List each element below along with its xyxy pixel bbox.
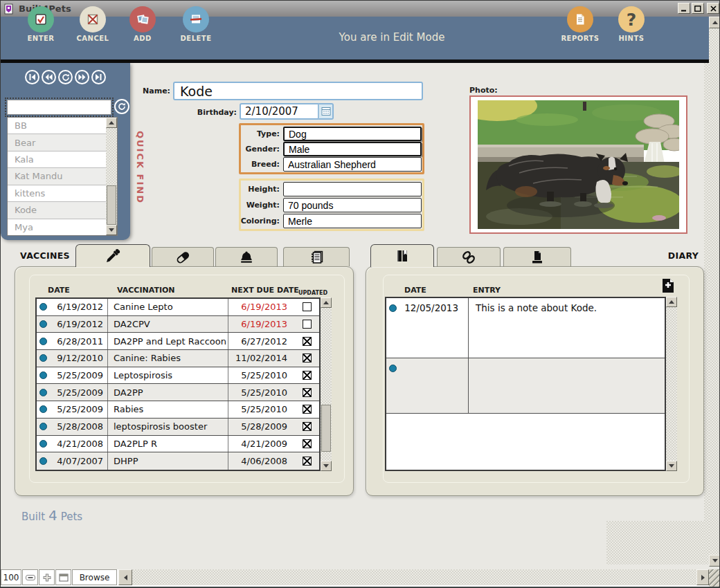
delete-button[interactable]: DELETE — [166, 6, 226, 42]
vaccine-name[interactable]: Leptospirosis — [107, 367, 228, 384]
vaccine-next-due[interactable]: 6/19/2013 — [228, 316, 294, 333]
tab-reminders[interactable] — [215, 247, 278, 266]
vaccine-date[interactable]: 4/07/2007 — [49, 456, 107, 466]
vaccine-name[interactable]: DA2CPV — [107, 316, 228, 333]
tab-documents[interactable] — [503, 247, 571, 266]
list-item[interactable]: Mya — [8, 219, 106, 235]
tab-attachments[interactable] — [437, 247, 501, 266]
vaccine-date[interactable]: 6/19/2012 — [49, 319, 107, 329]
diary-entry[interactable]: This is a note about Kode. — [468, 298, 665, 358]
weight-field[interactable] — [283, 198, 422, 212]
scrollbar-thumb[interactable] — [107, 185, 116, 225]
height-field[interactable] — [283, 182, 422, 196]
hscroll-right-button[interactable] — [696, 569, 709, 585]
scroll-down-button[interactable] — [321, 461, 332, 471]
last-record-button[interactable] — [91, 70, 106, 84]
name-field[interactable] — [173, 82, 423, 100]
vaccine-name[interactable]: DHPP — [107, 452, 228, 470]
vaccine-name[interactable]: Canine Lepto — [107, 299, 228, 315]
vaccine-name[interactable]: DA2PP — [107, 384, 228, 401]
hscroll-left-button[interactable] — [118, 569, 132, 585]
vaccine-date[interactable]: 5/28/2008 — [49, 421, 107, 432]
scroll-up-button[interactable] — [321, 297, 332, 308]
vaccine-date[interactable]: 4/21/2008 — [49, 439, 107, 449]
breed-field[interactable] — [283, 157, 422, 172]
tab-diary[interactable] — [370, 244, 434, 267]
table-row[interactable]: 5/28/2008 leptospirosis booster 5/28/200… — [37, 419, 319, 436]
scroll-up-button[interactable] — [106, 118, 117, 128]
vaccine-name[interactable]: Canine: Rabies — [107, 350, 228, 367]
vaccine-next-due[interactable]: 5/25/2010 — [228, 384, 294, 401]
first-record-button[interactable] — [25, 70, 39, 84]
vaccine-date[interactable]: 5/25/2009 — [49, 387, 107, 398]
scroll-up-button[interactable] — [709, 17, 720, 28]
resize-grip[interactable] — [709, 569, 720, 587]
vaccine-next-due[interactable]: 5/25/2010 — [228, 367, 294, 384]
type-field[interactable] — [283, 127, 422, 141]
tab-vaccinations[interactable] — [75, 244, 150, 267]
list-item[interactable]: kittens — [8, 185, 106, 202]
coloring-field[interactable] — [283, 214, 422, 228]
vaccine-next-due[interactable]: 11/02/2014 — [228, 350, 294, 367]
zoom-out-button[interactable] — [22, 569, 38, 585]
diary-entry[interactable] — [468, 358, 665, 413]
diary-scrollbar[interactable] — [666, 297, 677, 471]
hscroll-track[interactable] — [132, 569, 696, 585]
add-button[interactable]: ADD — [113, 6, 172, 42]
pet-photo[interactable] — [469, 95, 687, 234]
updated-checkbox[interactable] — [303, 405, 312, 414]
table-row[interactable]: 5/25/2009 DA2PP 5/25/2010 — [37, 384, 319, 401]
window-vertical-scrollbar[interactable] — [709, 17, 720, 567]
vaccine-next-due[interactable]: 4/21/2009 — [228, 436, 294, 452]
diary-row[interactable] — [386, 358, 665, 414]
vaccine-next-due[interactable]: 4/06/2008 — [228, 452, 294, 470]
updated-checkbox[interactable] — [303, 371, 312, 380]
list-item[interactable]: Bear — [8, 134, 106, 151]
vaccine-name[interactable]: DA2PP and Lept Raccoon — [107, 333, 228, 349]
next-record-button[interactable] — [75, 70, 89, 84]
scrollbar-thumb[interactable] — [321, 405, 331, 452]
updated-checkbox[interactable] — [303, 353, 312, 362]
calendar-button[interactable] — [318, 103, 334, 120]
updated-checkbox[interactable] — [303, 337, 312, 346]
vaccine-name[interactable]: DA2PLP R — [107, 436, 228, 452]
vaccine-date[interactable]: 5/25/2009 — [49, 370, 107, 380]
vaccine-next-due[interactable]: 6/27/2012 — [228, 333, 294, 349]
zoom-in-button[interactable] — [39, 569, 55, 585]
updated-checkbox[interactable] — [303, 320, 312, 329]
table-row[interactable]: 6/28/2011 DA2PP and Lept Raccoon 6/27/20… — [37, 333, 319, 350]
vaccine-date[interactable]: 6/19/2012 — [49, 302, 107, 312]
vaccine-date[interactable]: 5/25/2009 — [49, 404, 107, 414]
scroll-up-button[interactable] — [666, 297, 677, 307]
tab-medications[interactable] — [152, 247, 214, 266]
diary-date[interactable] — [399, 358, 468, 413]
updated-checkbox[interactable] — [303, 302, 312, 311]
table-row[interactable]: 4/07/2007 DHPP 4/06/2008 — [37, 452, 319, 470]
diary-row[interactable]: 12/05/2013 This is a note about Kode. — [386, 298, 665, 358]
list-item[interactable]: BB — [8, 118, 106, 134]
mode-selector[interactable]: Browse — [72, 569, 117, 585]
gender-field[interactable] — [283, 142, 422, 156]
status-toolbar-toggle-button[interactable] — [55, 569, 71, 585]
close-button[interactable] — [707, 3, 719, 14]
vaccines-scrollbar[interactable] — [321, 297, 332, 471]
table-row[interactable]: 9/12/2010 Canine: Rabies 11/02/2014 — [37, 350, 319, 367]
previous-record-button[interactable] — [42, 70, 56, 84]
zoom-level-box[interactable]: 100 — [1, 569, 21, 585]
table-row[interactable]: 5/25/2009 Rabies 5/25/2010 — [37, 401, 319, 419]
scroll-down-button[interactable] — [666, 461, 677, 471]
updated-checkbox[interactable] — [303, 422, 312, 431]
updated-checkbox[interactable] — [303, 439, 312, 448]
add-entry-button[interactable] — [659, 277, 677, 295]
enter-button[interactable]: ENTER — [11, 6, 71, 42]
quick-find-input[interactable] — [7, 100, 111, 115]
vaccine-name[interactable]: leptospirosis booster — [107, 419, 228, 435]
table-row[interactable]: 4/21/2008 DA2PLP R 4/21/2009 — [37, 436, 319, 453]
vaccine-next-due[interactable]: 6/19/2013 — [228, 299, 294, 315]
list-item[interactable]: Kala — [8, 151, 106, 168]
list-item[interactable]: Kat Mandu — [8, 168, 106, 185]
minimize-button[interactable] — [678, 3, 690, 14]
vaccine-next-due[interactable]: 5/25/2010 — [228, 401, 294, 418]
vaccine-name[interactable]: Rabies — [107, 401, 228, 418]
table-row[interactable]: 6/19/2012 DA2CPV 6/19/2013 — [37, 316, 319, 333]
